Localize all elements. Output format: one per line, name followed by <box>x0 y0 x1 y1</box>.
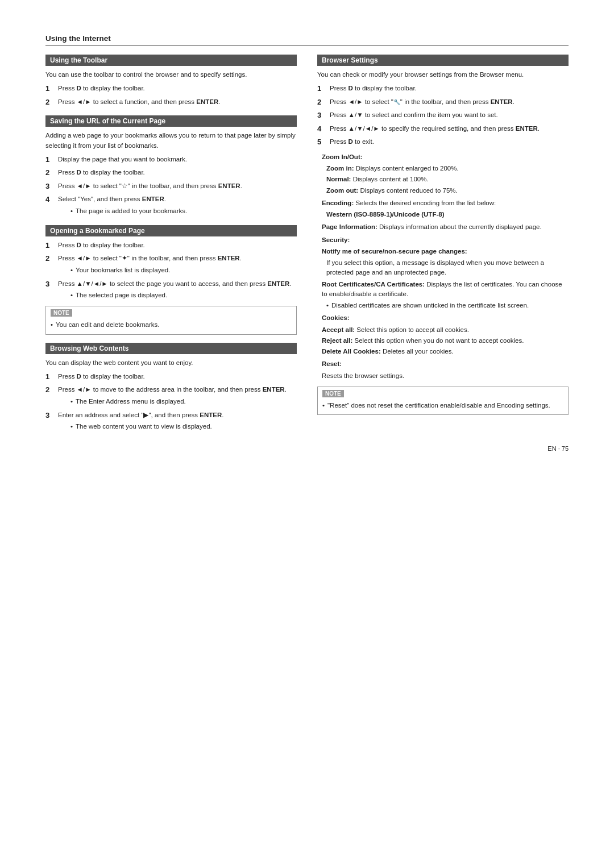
browsing-web-intro: You can display the web content you want… <box>45 358 297 368</box>
section-header-opening-bookmarked: Opening a Bookmarked Page <box>45 225 297 236</box>
zoom-section: Zoom In/Out: Zoom in: Displays content e… <box>317 152 569 196</box>
cookies-section: Cookies: Accept all: Select this option … <box>317 313 569 356</box>
section-header-browser-settings: Browser Settings <box>317 55 569 66</box>
browsing-web-steps: 1 Press D to display the toolbar. 2 Pres… <box>45 372 297 433</box>
toolbar-step-2: 2 Press ◄/► to select a function, and th… <box>45 97 297 108</box>
section-header-saving-url: Saving the URL of the Current Page <box>45 115 297 127</box>
bs-step-3: 3 Press ▲/▼ to select and confirm the it… <box>317 110 569 121</box>
opening-bookmarked-steps: 1 Press D to display the toolbar. 2 Pres… <box>45 240 297 302</box>
section-opening-bookmarked: Opening a Bookmarked Page 1 Press D to d… <box>45 225 297 335</box>
saving-url-intro: Adding a web page to your bookmarks allo… <box>45 131 297 151</box>
bs-step-5: 5 Press D to exit. <box>317 137 569 148</box>
right-column: Browser Settings You can check or modify… <box>317 55 569 441</box>
section-browser-settings: Browser Settings You can check or modify… <box>317 55 569 415</box>
toolbar-steps: 1 Press D to display the toolbar. 2 Pres… <box>45 84 297 107</box>
bs-step-4: 4 Press ▲/▼/◄/► to specify the required … <box>317 124 569 135</box>
reset-section: Reset: Resets the browser settings. <box>317 359 569 381</box>
saving-url-step-1: 1 Display the page that you want to book… <box>45 155 297 165</box>
toolbar-step-1: 1 Press D to display the toolbar. <box>45 84 297 94</box>
browser-settings-note: NOTE "Reset" does not reset the certific… <box>317 387 569 415</box>
saving-url-step-4: 4 Select "Yes", and then press ENTER. Th… <box>45 194 297 217</box>
browsing-step-3: 3 Enter an address and select "▶", and t… <box>45 410 297 433</box>
browsing-step-1: 1 Press D to display the toolbar. <box>45 372 297 383</box>
toolbar-intro: You can use the toolbar to control the b… <box>45 70 297 80</box>
security-section: Security: Notify me of secure/non-secure… <box>317 235 569 311</box>
page-number: EN · 75 <box>547 445 569 452</box>
section-browsing-web: Browsing Web Contents You can display th… <box>45 343 297 433</box>
left-column: Using the Toolbar You can use the toolba… <box>45 55 297 441</box>
section-header-using-toolbar: Using the Toolbar <box>45 55 297 66</box>
bookmarked-note: NOTE You can edit and delete bookmarks. <box>45 306 297 334</box>
section-saving-url: Saving the URL of the Current Page Addin… <box>45 115 297 217</box>
bookmarked-step-2: 2 Press ◄/► to select "✦" in the toolbar… <box>45 254 297 276</box>
page-title: Using the Internet <box>45 34 569 45</box>
browsing-step-2: 2 Press ◄/► to move to the address area … <box>45 385 297 408</box>
bs-step-2: 2 Press ◄/► to select "🔧" in the toolbar… <box>317 97 569 108</box>
bookmarked-step-3: 3 Press ▲/▼/◄/► to select the page you w… <box>45 279 297 302</box>
bookmarked-step-1: 1 Press D to display the toolbar. <box>45 240 297 251</box>
section-header-browsing-web: Browsing Web Contents <box>45 343 297 354</box>
security-sub-bullet: Disabled certificates are shown unticked… <box>317 301 569 310</box>
bs-step-1: 1 Press D to display the toolbar. <box>317 84 569 94</box>
saving-url-steps: 1 Display the page that you want to book… <box>45 155 297 217</box>
saving-url-step-2: 2 Press D to display the toolbar. <box>45 168 297 178</box>
encoding-section: Encoding: Selects the desired encoding f… <box>317 198 569 220</box>
section-using-toolbar: Using the Toolbar You can use the toolba… <box>45 55 297 107</box>
browser-settings-steps: 1 Press D to display the toolbar. 2 Pres… <box>317 84 569 148</box>
saving-url-step-3: 3 Press ◄/► to select "☆" in the toolbar… <box>45 181 297 192</box>
page-info-section: Page Information: Displays information a… <box>317 222 569 232</box>
browser-settings-intro: You can check or modify your browser set… <box>317 70 569 80</box>
